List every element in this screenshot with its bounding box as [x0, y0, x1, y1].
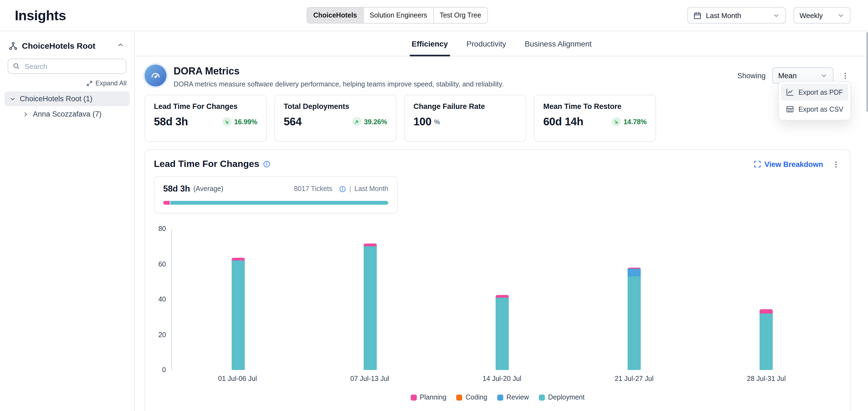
- tab-business-alignment[interactable]: Business Alignment: [518, 32, 598, 56]
- bar-segment-planning: [496, 295, 509, 298]
- metric-delta: 16.99%: [222, 117, 257, 127]
- panel-title: Lead Time For Changes: [154, 159, 259, 170]
- tree-item-anna-scozzafava[interactable]: Anna Scozzafava (7): [18, 107, 130, 122]
- metric-delta-value: 16.99%: [234, 118, 257, 126]
- x-axis-label: 14 Jul-20 Jul: [436, 375, 568, 382]
- x-axis-label: 07 Jul-13 Jul: [304, 375, 436, 382]
- menu-item-label: Export as PDF: [799, 89, 843, 96]
- chart-column: [701, 229, 832, 370]
- legend-swatch: [456, 394, 462, 400]
- stacked-bar-2[interactable]: [364, 244, 377, 370]
- panel-header: Lead Time For Changes View Breakdown: [154, 159, 841, 170]
- metric-card-value: 58d 3h: [154, 115, 188, 128]
- legend-label: Planning: [420, 393, 446, 401]
- metric-card-lead-time[interactable]: Lead Time For Changes 58d 3h 16.99%: [145, 95, 267, 142]
- search-input[interactable]: [8, 59, 126, 74]
- y-axis-tick: 0: [162, 366, 166, 374]
- tickets-count: 8017 Tickets: [294, 185, 332, 193]
- legend-swatch: [539, 394, 545, 400]
- chart-column: [568, 229, 700, 370]
- metric-delta: 39.26%: [352, 117, 387, 127]
- chart-y-axis: 020406080: [154, 229, 172, 370]
- tab-efficiency[interactable]: Efficiency: [405, 32, 454, 56]
- sidebar-collapse-button[interactable]: [116, 40, 125, 52]
- legend-item-deployment[interactable]: Deployment: [539, 393, 585, 401]
- legend-label: Review: [506, 393, 529, 401]
- chart-legend: PlanningCodingReviewDeployment: [154, 393, 841, 401]
- lead-time-panel: Lead Time For Changes View Breakdown: [145, 149, 850, 411]
- tree-item-label: Anna Scozzafava (7): [33, 110, 101, 118]
- bar-segment-deployment: [364, 246, 377, 370]
- dora-gauge-icon: [145, 65, 166, 87]
- org-switcher: ChoiceHotels Solution Engineers Test Org…: [307, 7, 488, 24]
- period-select-value: Last Month: [706, 11, 741, 20]
- metric-delta-value: 39.26%: [364, 118, 387, 126]
- metric-card-unit: %: [434, 118, 440, 126]
- tree-item-label: ChoiceHotels Root (1): [20, 95, 93, 103]
- metric-card-mean-time-to-restore[interactable]: Mean Time To Restore 60d 14h 14.78%: [534, 95, 656, 142]
- view-breakdown-link[interactable]: View Breakdown: [753, 160, 823, 168]
- bar-segment-deployment: [231, 261, 245, 370]
- tab-productivity[interactable]: Productivity: [460, 32, 513, 56]
- separator: |: [349, 185, 351, 193]
- panel-kebab-menu-button[interactable]: [831, 159, 841, 169]
- menu-item-export-pdf[interactable]: Export as PDF: [781, 84, 848, 101]
- metric-card-change-failure-rate[interactable]: Change Failure Rate 100 %: [404, 95, 526, 142]
- expand-icon: [87, 80, 93, 86]
- y-axis-tick: 60: [158, 260, 166, 268]
- x-axis-label: 01 Jul-06 Jul: [172, 375, 304, 382]
- legend-swatch: [497, 394, 503, 400]
- metric-cards: Lead Time For Changes 58d 3h 16.99% Tota…: [135, 95, 868, 142]
- metric-card-value: 100: [413, 115, 432, 128]
- app-header: Insights ChoiceHotels Solution Engineers…: [0, 0, 868, 31]
- info-icon[interactable]: [263, 160, 271, 168]
- menu-item-export-csv[interactable]: Export as CSV: [781, 101, 848, 118]
- expand-all-button[interactable]: Expand All: [8, 79, 126, 87]
- table-icon: [786, 105, 794, 113]
- progress-segment-planning: [163, 201, 170, 205]
- chevron-down-icon: [9, 96, 16, 102]
- dora-metrics-header: DORA Metrics DORA metrics measure softwa…: [135, 56, 868, 95]
- y-axis-tick: 40: [158, 296, 166, 303]
- scrollbar-thumb[interactable]: [866, 32, 868, 112]
- sidebar-title: ChoiceHotels Root: [22, 41, 95, 50]
- granularity-select-value: Weekly: [800, 11, 823, 20]
- metric-card-total-deployments[interactable]: Total Deployments 564 39.26%: [274, 95, 397, 142]
- export-menu: Export as PDF Export as CSV: [778, 81, 851, 121]
- dora-title: DORA Metrics: [174, 66, 503, 77]
- bar-segment-deployment: [760, 314, 773, 370]
- metric-delta-value: 14.78%: [623, 118, 647, 126]
- bar-segment-deployment: [628, 276, 641, 370]
- sidebar: ChoiceHotels Root Expand All: [0, 32, 135, 411]
- legend-item-review[interactable]: Review: [497, 393, 529, 401]
- chevron-right-icon: [23, 111, 29, 117]
- org-tab-test-org-tree[interactable]: Test Org Tree: [433, 8, 487, 23]
- view-tabs: Efficiency Productivity Business Alignme…: [135, 32, 868, 56]
- stacked-bar-3[interactable]: [496, 295, 509, 370]
- info-icon[interactable]: [339, 185, 346, 192]
- org-tab-solution-engineers[interactable]: Solution Engineers: [363, 8, 433, 23]
- tab-label: Efficiency: [411, 39, 448, 48]
- sidebar-header: ChoiceHotels Root: [0, 32, 134, 59]
- legend-item-planning[interactable]: Planning: [410, 393, 446, 401]
- bar-segment-review: [628, 268, 641, 276]
- tree-item-choicehotels-root[interactable]: ChoiceHotels Root (1): [4, 92, 130, 106]
- chart-x-axis: 01 Jul-06 Jul07 Jul-13 Jul14 Jul-20 Jul2…: [172, 375, 832, 382]
- bar-segment-planning: [364, 244, 377, 246]
- lead-time-chart: 020406080 01 Jul-06 Jul07 Jul-13 Jul14 J…: [154, 229, 841, 401]
- granularity-select[interactable]: Weekly: [794, 7, 850, 24]
- period-select[interactable]: Last Month: [687, 7, 786, 24]
- page-title: Insights: [15, 7, 66, 23]
- insights-app: Insights ChoiceHotels Solution Engineers…: [0, 0, 868, 411]
- menu-item-label: Export as CSV: [799, 105, 843, 113]
- metric-card-value: 60d 14h: [543, 115, 583, 128]
- stacked-bar-4[interactable]: [628, 268, 641, 370]
- line-chart-icon: [786, 88, 794, 96]
- org-tab-choicehotels[interactable]: ChoiceHotels: [307, 8, 363, 23]
- summary-value: 58d 3h: [163, 184, 190, 194]
- stacked-bar-5[interactable]: [760, 309, 773, 370]
- legend-item-coding[interactable]: Coding: [456, 393, 487, 401]
- stacked-bar-1[interactable]: [231, 258, 245, 370]
- dora-kebab-menu-button[interactable]: [840, 70, 850, 81]
- trend-down-icon: [222, 117, 231, 127]
